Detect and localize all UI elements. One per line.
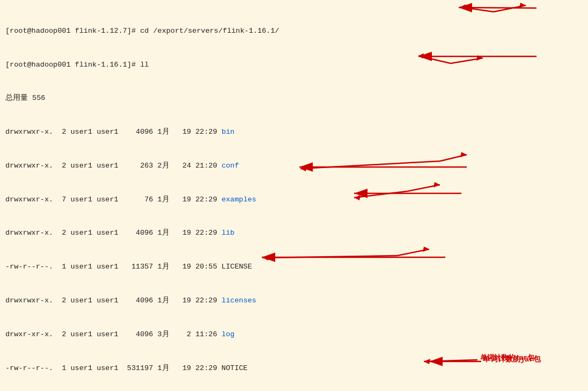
line-examples: drwxrwxr-x. 7 user1 user1 76 1月 19 22:29… bbox=[5, 194, 583, 206]
annotation-label: 单词计数的jar包 bbox=[483, 354, 541, 364]
line-notice: -rw-r--r--. 1 user1 user1 531197 1月 19 2… bbox=[5, 363, 583, 374]
line-2: [root@hadoop001 flink-1.16.1]# ll bbox=[5, 60, 583, 71]
line-licenses: drwxrwxr-x. 2 user1 user1 4096 1月 19 22:… bbox=[5, 295, 583, 307]
line-1: [root@hadoop001 flink-1.12.7]# cd /expor… bbox=[5, 26, 583, 37]
line-lib: drwxrwxr-x. 2 user1 user1 4096 1月 19 22:… bbox=[5, 228, 583, 239]
line-total-1: 总用量 556 bbox=[5, 93, 583, 104]
line-conf: drwxrwxr-x. 2 user1 user1 263 2月 24 21:2… bbox=[5, 161, 583, 172]
line-bin: drwxrwxr-x. 2 user1 user1 4096 1月 19 22:… bbox=[5, 127, 583, 138]
line-license: -rw-r--r--. 1 user1 user1 11357 1月 19 20… bbox=[5, 262, 583, 273]
line-log: drwxr-xr-x. 2 user1 user1 4096 3月 2 11:2… bbox=[5, 329, 583, 341]
terminal: [root@hadoop001 flink-1.12.7]# cd /expor… bbox=[0, 0, 588, 391]
